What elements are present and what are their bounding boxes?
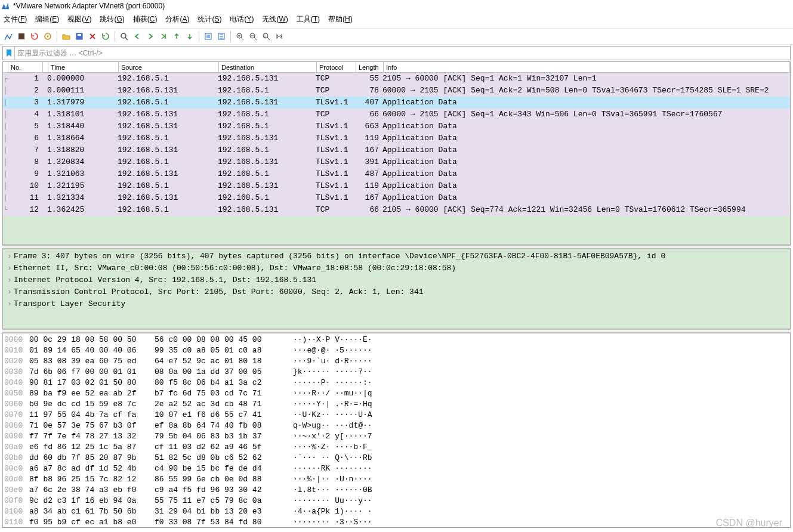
menu-item[interactable]: 视图(V): [67, 14, 91, 24]
hex-line[interactable]: 0090f7 7f 7e f4 78 27 13 3279 5b 04 06 8…: [4, 431, 789, 442]
menu-item[interactable]: 捕获(C): [133, 14, 158, 24]
title-bar: *VMware Network Adapter VMnet8 (port 600…: [0, 0, 793, 13]
packet-row[interactable]: │31.317979192.168.5.1192.168.5.131TLSv1.…: [3, 97, 790, 109]
packet-row[interactable]: │61.318664192.168.5.1192.168.5.131TLSv1.…: [3, 132, 790, 144]
svg-text:1: 1: [264, 34, 266, 38]
find-packet-icon[interactable]: [118, 31, 130, 42]
colorize-icon[interactable]: [215, 31, 227, 42]
packet-row[interactable]: │71.318820192.168.5.131192.168.5.1TLSv1.…: [3, 144, 790, 156]
svg-rect-4: [78, 34, 81, 36]
menu-item[interactable]: 电话(Y): [230, 14, 254, 24]
hex-line[interactable]: 00b0dd 60 db 7f 85 20 87 9b51 82 5c d8 0…: [4, 453, 789, 463]
capture-options-icon[interactable]: [42, 31, 54, 42]
packet-row[interactable]: │91.321063192.168.5.131192.168.5.1TLSv1.…: [3, 168, 790, 180]
detail-line[interactable]: ›Transmission Control Protocol, Src Port…: [5, 286, 788, 298]
go-forward-icon[interactable]: [144, 31, 156, 42]
menu-item[interactable]: 分析(A): [165, 14, 189, 24]
hex-line[interactable]: 00d08f b8 96 25 15 7c 82 1286 55 99 6e c…: [4, 474, 789, 485]
go-back-icon[interactable]: [131, 31, 143, 42]
packet-row[interactable]: │20.000111192.168.5.131192.168.5.1TCP786…: [3, 85, 790, 97]
detail-line[interactable]: ›Internet Protocol Version 4, Src: 192.1…: [5, 274, 788, 286]
bookmark-icon[interactable]: [3, 47, 15, 60]
restart-capture-icon[interactable]: [29, 31, 41, 42]
svg-point-2: [47, 36, 49, 38]
start-capture-icon[interactable]: [2, 31, 14, 42]
packet-row[interactable]: └121.362425192.168.5.1192.168.5.131TCP66…: [3, 204, 790, 216]
zoom-in-icon[interactable]: [234, 31, 246, 42]
window-title: *VMware Network Adapter VMnet8 (port 600…: [13, 2, 165, 10]
hex-line[interactable]: 00c0a6 a7 8c ad df 1d 52 4bc4 90 be 15 b…: [4, 463, 789, 474]
col-destination[interactable]: Destination: [219, 62, 317, 72]
packet-row[interactable]: │101.321195192.168.5.1192.168.5.131TLSv1…: [3, 180, 790, 192]
wireshark-icon: [1, 2, 10, 10]
detail-line[interactable]: ›Transport Layer Security: [5, 298, 788, 310]
display-filter-bar[interactable]: 应用显示过滤器 … <Ctrl-/>: [2, 46, 791, 60]
menu-item[interactable]: 帮助(H): [328, 14, 353, 24]
go-first-icon[interactable]: [171, 31, 183, 42]
separator: [115, 31, 115, 42]
open-file-icon[interactable]: [60, 31, 72, 42]
hex-line[interactable]: 00f09c d2 c3 1f 16 eb 94 0a55 75 11 e7 c…: [4, 496, 789, 506]
autoscroll-icon[interactable]: [202, 31, 214, 42]
packet-row[interactable]: ┌10.000000192.168.5.1192.168.5.131TCP552…: [3, 73, 790, 85]
menu-item[interactable]: 统计(S): [198, 14, 221, 24]
hex-line[interactable]: 0110f0 95 b9 cf ec a1 b8 e0f0 33 08 7f 5…: [4, 517, 789, 528]
packet-bytes[interactable]: 000000 0c 29 18 08 58 00 5056 c0 00 08 0…: [2, 333, 791, 528]
hex-line[interactable]: 00307d 6b 06 f7 00 00 01 0108 0a 00 1a d…: [4, 367, 789, 378]
hex-line[interactable]: 002005 83 08 39 ea 60 75 ed64 e7 52 9c a…: [4, 356, 789, 367]
hex-line[interactable]: 0060b0 9e dc cd 15 59 e8 7c2e a2 52 ac 3…: [4, 399, 789, 410]
detail-line[interactable]: ›Frame 3: 407 bytes on wire (3256 bits),…: [5, 250, 788, 262]
hex-line[interactable]: 000000 0c 29 18 08 58 00 5056 c0 00 08 0…: [4, 335, 789, 345]
menu-item[interactable]: 文件(F): [4, 14, 27, 24]
hex-line[interactable]: 008071 0e 57 3e 75 67 b3 0fef 8a 8b 64 7…: [4, 420, 789, 431]
hex-line[interactable]: 004090 81 17 03 02 01 50 8080 f5 8c 06 b…: [4, 378, 789, 388]
resize-columns-icon[interactable]: [273, 31, 285, 42]
col-length[interactable]: Length: [356, 62, 384, 72]
detail-line[interactable]: ›Ethernet II, Src: VMware_c0:00:08 (00:5…: [5, 262, 788, 274]
go-last-icon[interactable]: [184, 31, 196, 42]
hex-line[interactable]: 00e0a7 6c 2e 38 74 a3 eb f0c9 a4 f5 fd 9…: [4, 485, 789, 496]
packet-list-header[interactable]: No. Time Source Destination Protocol Len…: [3, 62, 790, 73]
menu-item[interactable]: 无线(W): [262, 14, 288, 24]
col-info[interactable]: Info: [384, 62, 790, 72]
menu-item[interactable]: 工具(T): [297, 14, 320, 24]
go-to-packet-icon[interactable]: [158, 31, 169, 42]
hex-line[interactable]: 0100a8 34 ab c1 61 7b 50 6b31 29 04 b1 b…: [4, 506, 789, 517]
svg-point-5: [121, 33, 126, 38]
hex-line[interactable]: 00a0e6 fd 86 12 25 1c 5a 87cf 11 03 d2 6…: [4, 442, 789, 453]
col-source[interactable]: Source: [119, 62, 219, 72]
close-file-icon[interactable]: [87, 31, 98, 42]
menu-bar[interactable]: 文件(F)编辑(E)视图(V)跳转(G)捕获(C)分析(A)统计(S)电话(Y)…: [0, 13, 793, 28]
packet-row[interactable]: │81.320834192.168.5.1192.168.5.131TLSv1.…: [3, 156, 790, 168]
packet-details[interactable]: ›Frame 3: 407 bytes on wire (3256 bits),…: [2, 249, 791, 329]
separator: [230, 31, 231, 42]
col-time[interactable]: Time: [48, 62, 119, 72]
svg-rect-0: [18, 33, 24, 39]
packet-row[interactable]: │111.321334192.168.5.131192.168.5.1TLSv1…: [3, 192, 790, 204]
menu-item[interactable]: 跳转(G): [100, 14, 124, 24]
stop-capture-icon[interactable]: [16, 31, 27, 42]
menu-item[interactable]: 编辑(E): [35, 14, 59, 24]
packet-row[interactable]: │41.318101192.168.5.131192.168.5.1TCP666…: [3, 109, 790, 120]
filter-placeholder[interactable]: 应用显示过滤器 … <Ctrl-/>: [15, 48, 790, 58]
hex-line[interactable]: 005089 ba f9 ee 52 ea ab 2fb7 fc 6d 75 0…: [4, 388, 789, 399]
reload-icon[interactable]: [100, 31, 112, 42]
packet-list[interactable]: No. Time Source Destination Protocol Len…: [2, 61, 791, 245]
save-file-icon[interactable]: [73, 31, 85, 42]
col-protocol[interactable]: Protocol: [317, 62, 356, 72]
hex-line[interactable]: 001001 89 14 65 40 00 40 0699 35 c0 a8 0…: [4, 345, 789, 356]
zoom-reset-icon[interactable]: 1: [260, 31, 272, 42]
separator: [199, 31, 199, 42]
separator: [57, 31, 57, 42]
main-toolbar[interactable]: 1: [0, 28, 793, 45]
packet-row[interactable]: │51.318440192.168.5.131192.168.5.1TLSv1.…: [3, 120, 790, 132]
zoom-out-icon[interactable]: [247, 31, 259, 42]
hex-line[interactable]: 007011 97 55 04 4b 7a cf fa10 07 e1 f6 d…: [4, 410, 789, 420]
col-no[interactable]: No.: [8, 62, 43, 72]
tree-col: [3, 62, 8, 72]
